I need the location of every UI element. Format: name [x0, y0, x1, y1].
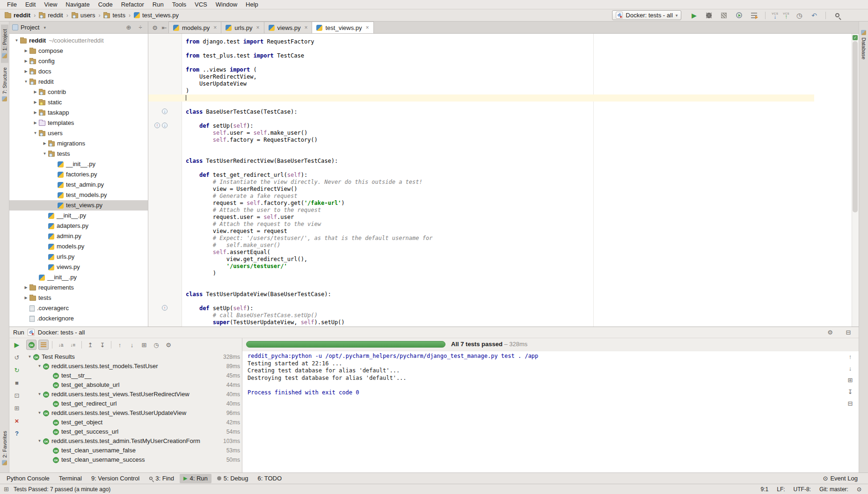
- test-row-test_clean_username_success[interactable]: OKtest_clean_username_success50ms: [24, 455, 242, 465]
- run-configuration-select[interactable]: dj Docker: tests - all ▾: [612, 10, 681, 20]
- menu-item-refactor[interactable]: Refactor: [117, 0, 148, 9]
- tree-item-test_views.py[interactable]: test_views.py: [9, 200, 148, 211]
- tree-expand-arrow[interactable]: ▼: [13, 36, 20, 46]
- debug-button[interactable]: [704, 11, 714, 20]
- tab-test_views.py[interactable]: test_views.py×: [312, 22, 373, 33]
- editor-gutter[interactable]: [148, 34, 182, 327]
- test-row-test_get_success_url[interactable]: OKtest_get_success_url54ms: [24, 427, 242, 436]
- breadcrumb-item[interactable]: reddit: [39, 12, 63, 19]
- test-row-test_get_absolute_url[interactable]: OKtest_get_absolute_url44ms: [24, 380, 242, 390]
- toolwindow-button-6todo[interactable]: 6: TODO: [254, 474, 286, 483]
- chevron-down-icon[interactable]: ▾: [44, 25, 46, 30]
- method-overridden-icon[interactable]: ↓: [162, 109, 168, 114]
- soft-wrap-icon[interactable]: ⊞: [846, 377, 854, 384]
- clear-console-icon[interactable]: ⊟: [846, 400, 854, 407]
- run-with-options-button[interactable]: [749, 11, 759, 20]
- tree-item-users[interactable]: ▼users: [9, 128, 148, 138]
- sort-alphabetically-button[interactable]: ↓a: [56, 340, 66, 350]
- tree-expand-arrow[interactable]: ▶: [32, 87, 39, 97]
- menu-item-edit[interactable]: Edit: [21, 0, 40, 9]
- tree-item-static[interactable]: ▶static: [9, 97, 148, 108]
- tree-item-views.py[interactable]: views.py: [9, 262, 148, 272]
- close-icon[interactable]: ×: [304, 24, 307, 31]
- tree-expand-arrow[interactable]: ▶: [32, 108, 39, 118]
- expand-all-button[interactable]: ↥: [85, 340, 95, 350]
- tree-item-test_models.py[interactable]: test_models.py: [9, 190, 148, 200]
- close-icon[interactable]: ×: [213, 24, 217, 31]
- test-settings-button[interactable]: ⚙: [163, 340, 174, 350]
- tree-item-admin.py[interactable]: admin.py: [9, 231, 148, 241]
- close-icon[interactable]: ×: [256, 24, 260, 31]
- menu-item-run[interactable]: Run: [148, 0, 168, 9]
- stripe-item-favorites[interactable]: 2: Favorites: [1, 426, 8, 470]
- stripe-item-project[interactable]: 1: Project: [1, 24, 8, 63]
- breadcrumb-item[interactable]: tests: [103, 12, 125, 19]
- panel-settings-icon[interactable]: ⚙: [825, 329, 835, 336]
- toolwindow-button-4run[interactable]: ▶4: Run: [180, 474, 212, 483]
- toggle-auto-test-button[interactable]: ⊡: [13, 391, 21, 400]
- tree-item-tests[interactable]: ▼tests: [9, 149, 148, 159]
- breadcrumb-item[interactable]: reddit: [5, 12, 30, 19]
- collapse-all-button[interactable]: ↧: [97, 340, 108, 350]
- stop-button[interactable]: ■: [13, 378, 21, 387]
- scroll-up-icon[interactable]: ↑: [846, 353, 854, 360]
- tab-pin-icon[interactable]: ⇤: [160, 24, 169, 31]
- tree-item-docs[interactable]: ▶docs: [9, 66, 148, 77]
- stripe-item-structure[interactable]: 7: Structure: [1, 63, 8, 106]
- menu-item-code[interactable]: Code: [94, 0, 117, 9]
- locate-file-button[interactable]: ⊕: [124, 24, 133, 31]
- tree-expand-arrow[interactable]: ▼: [22, 77, 29, 87]
- tree-expand-arrow[interactable]: ▶: [32, 97, 39, 108]
- collapse-all-button[interactable]: ÷: [136, 24, 145, 31]
- overrides-method-icon[interactable]: ↑: [154, 123, 160, 128]
- test-row-reddit.users.tests.test_views.TestUserRedirectView[interactable]: ▼OKreddit.users.tests.test_views.TestUse…: [24, 390, 242, 399]
- tree-item-config[interactable]: ▶config: [9, 56, 148, 66]
- profiler-button[interactable]: [734, 11, 744, 20]
- tree-item-reddit[interactable]: ▼reddit: [9, 77, 148, 87]
- tool-window-switcher-icon[interactable]: ⊞: [4, 486, 9, 493]
- status-widget-91[interactable]: 9:1: [761, 486, 769, 493]
- test-row-test__str__[interactable]: OKtest__str__45ms: [24, 371, 242, 380]
- tree-item-adapters.py[interactable]: adapters.py: [9, 221, 148, 231]
- tree-item-.dockerignore[interactable]: .dockerignore: [9, 313, 148, 324]
- menu-item-navigate[interactable]: Navigate: [61, 0, 94, 9]
- breadcrumb-item[interactable]: users: [72, 12, 95, 19]
- tree-item-contrib[interactable]: ▶contrib: [9, 87, 148, 97]
- tree-item-taskapp[interactable]: ▶taskapp: [9, 108, 148, 118]
- menu-item-vcs[interactable]: VCS: [190, 0, 212, 9]
- menu-item-help[interactable]: Help: [241, 0, 263, 9]
- coverage-button[interactable]: [719, 11, 729, 20]
- status-widget-lf[interactable]: LF:: [777, 486, 785, 493]
- toolwindow-button-pythonconsole[interactable]: Python Console: [3, 474, 53, 483]
- vcs-commit-button[interactable]: VCS↑: [783, 12, 789, 19]
- tree-item-reddit[interactable]: ▼reddit ~/cookiecutter/reddit: [9, 36, 148, 46]
- project-tree-panel[interactable]: ▼reddit ~/cookiecutter/reddit▶compose▶co…: [9, 34, 148, 327]
- rerun-tests-button[interactable]: ▶: [13, 341, 21, 349]
- toolwindow-button-terminal[interactable]: Terminal: [55, 474, 86, 483]
- sort-by-duration-button[interactable]: ↓≡: [68, 340, 78, 350]
- menu-item-window[interactable]: Window: [212, 0, 241, 9]
- notifications-icon[interactable]: ⊙: [857, 486, 861, 493]
- status-widget-utf8[interactable]: UTF-8:: [794, 486, 811, 493]
- inspections-ok-icon[interactable]: ✓: [853, 35, 858, 40]
- tree-item-migrations[interactable]: ▶migrations: [9, 138, 148, 149]
- overrides-method-icon[interactable]: ↑: [162, 305, 168, 311]
- test-results-tree[interactable]: ▼OKTest Results328ms▼OKreddit.users.test…: [24, 352, 242, 472]
- show-ignored-toggle[interactable]: [38, 340, 49, 350]
- export-test-results-button[interactable]: ⊞: [139, 340, 149, 350]
- rerun-failed-tests-button[interactable]: ↻: [13, 366, 21, 374]
- tree-item-__init__.py[interactable]: __init__.py: [9, 211, 148, 221]
- rerun-button[interactable]: ↺: [13, 353, 21, 362]
- tree-expand-arrow[interactable]: ▶: [22, 283, 29, 293]
- tab-models.py[interactable]: models.py×: [168, 22, 221, 33]
- test-row-TestResults[interactable]: ▼OKTest Results328ms: [24, 352, 242, 362]
- tree-item-tests[interactable]: ▶tests: [9, 293, 148, 303]
- editor-scrollbar-thumb[interactable]: [853, 41, 858, 212]
- tree-item-models.py[interactable]: models.py: [9, 241, 148, 252]
- tree-expand-arrow[interactable]: ▼: [32, 128, 39, 138]
- toolwindow-button-3find[interactable]: 3: Find: [145, 474, 178, 483]
- toolwindow-button-5debug[interactable]: 5: Debug: [213, 474, 252, 483]
- tree-item-compose[interactable]: ▶compose: [9, 46, 148, 56]
- test-row-test_get_object[interactable]: OKtest_get_object42ms: [24, 418, 242, 427]
- tree-expand-arrow[interactable]: ▶: [32, 118, 39, 128]
